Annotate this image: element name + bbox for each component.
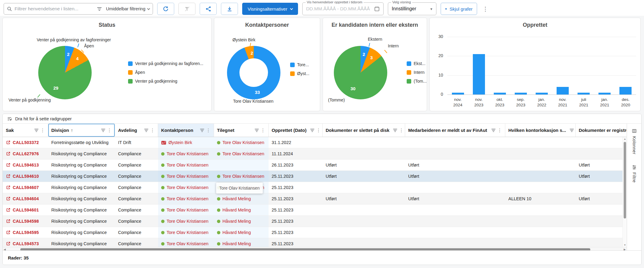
column-header-opprettet[interactable]: Opprettet (Dato)⋮ (269, 124, 323, 137)
external-link-icon[interactable] (6, 163, 11, 167)
column-menu-icon[interactable]: ⋮ (206, 128, 211, 133)
column-menu-icon[interactable]: ⋮ (316, 128, 321, 133)
vertical-scrollbar[interactable]: ▲ ▼ (622, 137, 627, 247)
bar-chart-plot[interactable]: 3020100nov.2024nov.2023okt.2023sep.2023j… (447, 37, 636, 94)
bar-juli-2021[interactable] (578, 93, 590, 94)
column-menu-icon[interactable]: ⋮ (497, 128, 502, 133)
column-menu-icon[interactable]: ⋮ (399, 128, 404, 133)
bar-sep-2023[interactable] (515, 93, 527, 94)
table-row[interactable]: CALL503372Forretningsstøtte og Utvikling… (3, 137, 627, 148)
person-link[interactable]: Tore Olav Kristiansen (167, 196, 208, 201)
column-header-tilegnet[interactable]: Tilegnet⋮ (214, 124, 269, 137)
external-link-icon[interactable] (6, 185, 11, 190)
toolbar-menu-icon[interactable]: ⋮ (481, 5, 490, 12)
refresh-button[interactable] (157, 3, 174, 15)
tab-kolonner[interactable]: Kolonner (632, 129, 637, 154)
person-link[interactable]: Håvard Meling (222, 230, 251, 235)
external-link-icon[interactable] (6, 219, 11, 224)
column-filter-icon[interactable] (393, 129, 397, 132)
date-range-input[interactable] (306, 6, 372, 12)
external-link-icon[interactable] (6, 140, 11, 145)
calendar-icon[interactable] (374, 6, 380, 12)
table-row[interactable]: CALL594607Risikostyring og ComplianceCom… (3, 182, 627, 193)
column-menu-icon[interactable]: ⋮ (107, 128, 112, 133)
bar-okt-2023[interactable] (494, 93, 506, 94)
column-filter-icon[interactable] (101, 129, 105, 132)
column-header-meldt_ut[interactable]: Medarbeideren er meldt ut av FinAut⋮ (405, 124, 505, 137)
clear-filter-button[interactable] (178, 3, 195, 15)
table-row[interactable]: CALL594595Risikostyring og ComplianceCom… (3, 227, 627, 238)
column-menu-icon[interactable]: ⋮ (40, 128, 45, 133)
tab-filtre[interactable]: Filtre (632, 165, 637, 183)
view-select[interactable]: Velg visning Innstillinger ▾ (388, 2, 436, 15)
bar-jan-2022[interactable] (536, 93, 548, 94)
view-options-button[interactable]: Visningsalternativer (242, 3, 298, 15)
instant-filter-dropdown[interactable]: Umiddelbar filtrering (104, 6, 150, 11)
column-header-avdeling[interactable]: Avdeling⋮ (115, 124, 158, 137)
case-link[interactable]: CALL594598 (13, 219, 39, 224)
legend-item[interactable]: Venter på godkjenning av fagforen... (128, 61, 203, 66)
case-link[interactable]: CALL594595 (13, 230, 39, 235)
person-link[interactable]: Tore Olav Kristiansen (167, 185, 208, 190)
person-link[interactable]: Tore Olav Kristiansen (167, 241, 208, 246)
legend-item[interactable]: Ekst... (407, 61, 427, 66)
case-link[interactable]: CALL594607 (13, 185, 39, 190)
bar-des-2020[interactable] (619, 87, 632, 94)
scroll-up-icon[interactable]: ▲ (623, 138, 627, 140)
legend-item[interactable]: Øyst... (290, 71, 309, 76)
table-row[interactable]: CALL594573Risikostyring og ComplianceCom… (3, 238, 627, 247)
column-filter-icon[interactable] (200, 129, 204, 132)
legend-item[interactable]: Tore... (290, 62, 309, 67)
column-header-divisjon[interactable]: Divisjon↑⋮ (48, 124, 115, 137)
person-link[interactable]: Håvard Meling (222, 219, 251, 224)
external-link-icon[interactable] (6, 196, 11, 201)
case-link[interactable]: CALL594613 (13, 163, 39, 167)
search-input[interactable] (15, 6, 95, 12)
table-row[interactable]: CALL594601Risikostyring og ComplianceCom… (3, 204, 627, 216)
external-link-icon[interactable] (6, 208, 11, 212)
row-group-dropzone[interactable]: Dra hit for å sette radgrupper (3, 114, 641, 124)
person-link[interactable]: Håvard Meling (222, 196, 251, 201)
person-link[interactable]: Øystein Birk (168, 140, 192, 145)
column-header-kontorlokasjon[interactable]: Hvilken kontorlokasjon s...⋮ (505, 124, 576, 137)
scroll-down-icon[interactable]: ▼ (623, 244, 627, 246)
table-row[interactable]: CALL594610Risikostyring og ComplianceCom… (3, 171, 627, 182)
person-link[interactable]: Tore Olav Kristiansen (167, 219, 208, 224)
person-link[interactable]: Tore Olav Kristiansen (167, 151, 208, 156)
status-pie-chart[interactable] (38, 46, 92, 99)
external-link-icon[interactable] (6, 174, 11, 179)
bar-nov-2021[interactable] (557, 87, 569, 94)
bar-nov-2024[interactable] (452, 93, 464, 94)
bar-nov-2023[interactable] (473, 54, 485, 94)
case-link[interactable]: CALL594601 (13, 208, 39, 212)
column-filter-icon[interactable] (144, 129, 148, 132)
person-link[interactable]: Håvard Meling (222, 208, 251, 212)
external-link-icon[interactable] (6, 151, 11, 156)
table-row[interactable]: CALL594613Risikostyring og ComplianceCom… (3, 160, 627, 171)
column-header-dok_registrert[interactable]: Dokumenter er registrert i⋮ (576, 124, 627, 137)
person-link[interactable]: Tore Olav Kristiansen (222, 151, 264, 156)
legend-item[interactable]: Åpen (128, 70, 203, 75)
vertical-scroll-thumb[interactable] (624, 142, 626, 218)
legend-item[interactable]: Venter på godkjenning (128, 79, 203, 84)
case-link[interactable]: CALL594573 (13, 241, 39, 246)
column-header-sak[interactable]: Sak⋮ (3, 124, 48, 137)
column-filter-icon[interactable] (310, 129, 314, 132)
column-filter-icon[interactable] (491, 129, 496, 132)
case-link[interactable]: CALL503372 (13, 140, 39, 145)
person-link[interactable]: Tore Olav Kristiansen (222, 174, 264, 179)
column-menu-icon[interactable]: ⋮ (150, 128, 155, 133)
kontaktpersoner-donut-chart[interactable] (227, 46, 280, 99)
table-row[interactable]: CALL627976Risikostyring og ComplianceCom… (3, 148, 627, 160)
person-link[interactable]: Tore Olav Kristiansen (167, 208, 208, 212)
column-menu-icon[interactable]: ⋮ (261, 128, 265, 133)
person-link[interactable]: Håvard Meling (222, 241, 251, 246)
bar-jan-2021[interactable] (598, 93, 611, 94)
legend-item[interactable]: Intern (407, 70, 427, 75)
person-link[interactable]: Tore Olav Kristiansen (167, 163, 208, 167)
table-row[interactable]: CALL594598Risikostyring og ComplianceCom… (3, 216, 627, 227)
legend-item[interactable]: (Tom... (407, 79, 427, 84)
intern-ekstern-pie-chart[interactable] (334, 46, 387, 99)
case-link[interactable]: CALL627976 (13, 151, 39, 156)
hide-charts-button[interactable]: ▾ Skjul grafer (441, 3, 477, 15)
